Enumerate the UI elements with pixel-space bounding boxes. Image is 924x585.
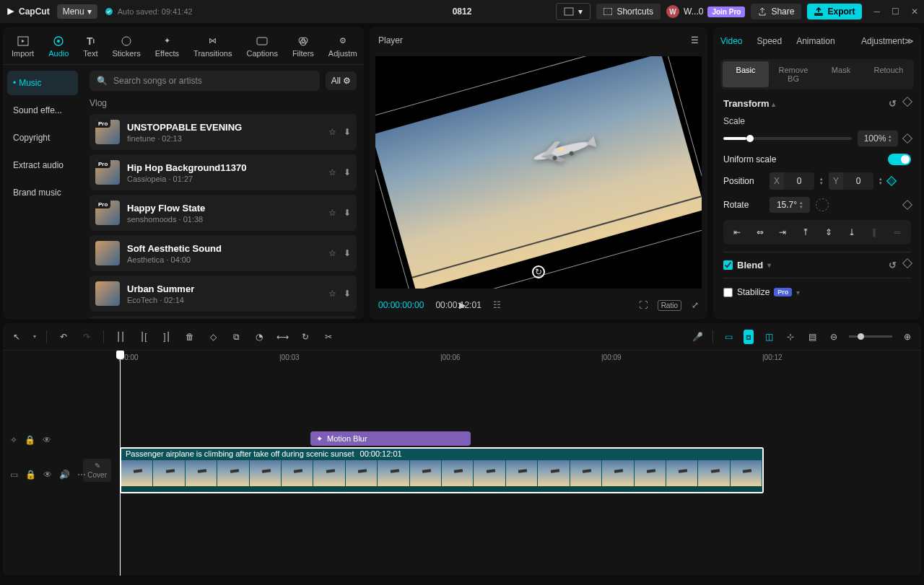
download-icon[interactable]: ⬇: [344, 289, 351, 299]
scale-value[interactable]: 100%▴▾: [858, 131, 898, 146]
distribute-v-icon[interactable]: ═: [888, 224, 907, 240]
speed-icon[interactable]: ◔: [253, 332, 266, 342]
split-icon[interactable]: ⎮⎮: [114, 332, 127, 342]
subtab-retouch[interactable]: Retouch: [866, 61, 912, 87]
ratio-button[interactable]: Ratio: [658, 300, 681, 311]
blend-checkbox[interactable]: [723, 260, 733, 270]
mute-icon[interactable]: 🔊: [59, 470, 70, 480]
compare-icon[interactable]: ☷: [493, 300, 501, 310]
tab-text[interactable]: TIText: [83, 35, 97, 58]
scale-slider[interactable]: [723, 137, 852, 140]
maximize-icon[interactable]: ☐: [892, 6, 899, 17]
rotate-handle-icon[interactable]: ↻: [532, 265, 545, 278]
sidebar-item-music[interactable]: • Music: [7, 71, 78, 95]
more-icon[interactable]: ⋯: [77, 470, 86, 480]
minimize-icon[interactable]: ─: [873, 6, 880, 17]
inspector-tab-video[interactable]: Video: [720, 36, 742, 46]
avatar[interactable]: W: [666, 5, 679, 18]
project-name[interactable]: 0812: [453, 6, 472, 17]
tab-audio[interactable]: Audio: [48, 35, 69, 58]
sidebar-item-copyright[interactable]: Copyright: [7, 126, 78, 150]
main-track-magnet-icon[interactable]: ▭: [722, 332, 735, 342]
download-icon[interactable]: ⬇: [344, 127, 351, 137]
zoom-slider[interactable]: [849, 335, 892, 338]
blend-keyframe-icon[interactable]: [902, 258, 912, 268]
preview-viewport[interactable]: ↻: [375, 56, 702, 289]
preview-axis-icon[interactable]: ⊹: [784, 332, 797, 342]
inspector-tab-animation[interactable]: Animation: [796, 36, 834, 46]
favorite-icon[interactable]: ☆: [328, 248, 336, 258]
favorite-icon[interactable]: ☆: [328, 127, 336, 137]
tab-adjust[interactable]: ⚙Adjustm: [328, 35, 357, 58]
reset-icon[interactable]: ↺: [889, 98, 897, 109]
inspector-tab-speed[interactable]: Speed: [757, 36, 782, 46]
mic-icon[interactable]: 🎤: [691, 332, 704, 342]
stabilize-checkbox[interactable]: [723, 288, 733, 297]
play-button[interactable]: ▶: [459, 300, 466, 310]
pointer-tool-icon[interactable]: ↖: [10, 332, 23, 342]
tab-stickers[interactable]: Stickers: [113, 35, 141, 58]
inspector-tab-adjustment[interactable]: Adjustment≫: [861, 36, 914, 46]
song-item[interactable]: Pro Indie Pop EnergyFiniteMusicForge · 0…: [90, 316, 357, 319]
position-x-input[interactable]: X0: [770, 172, 814, 190]
lock-icon[interactable]: 🔒: [25, 470, 36, 480]
song-item[interactable]: Soft Aesthetic SoundAesthetica · 04:00 ☆…: [90, 235, 357, 271]
distribute-h-icon[interactable]: ∥: [866, 224, 884, 240]
join-pro-button[interactable]: Join Pro: [707, 6, 745, 17]
crop-icon[interactable]: ✂: [322, 332, 335, 342]
filter-all-button[interactable]: All ⚙: [326, 71, 357, 90]
sidebar-item-soundfx[interactable]: Sound effe...: [7, 98, 78, 123]
eye-icon[interactable]: 👁: [43, 470, 52, 480]
rotate-icon[interactable]: ↻: [299, 332, 312, 342]
tab-captions[interactable]: Captions: [246, 35, 277, 58]
subtab-mask[interactable]: Mask: [818, 61, 864, 87]
zoom-out-icon[interactable]: ⊖: [827, 332, 840, 342]
sidebar-item-extract[interactable]: Extract audio: [7, 153, 78, 177]
tab-effects[interactable]: ✦Effects: [155, 35, 179, 58]
song-item[interactable]: Pro Happy Flow Statesenshomoods · 01:38 …: [90, 195, 357, 231]
fx-pin-icon[interactable]: ✧: [10, 435, 17, 445]
tab-transitions[interactable]: ⋈Transitions: [193, 35, 232, 58]
playhead[interactable]: [120, 351, 121, 576]
video-track-icon[interactable]: ▭: [10, 470, 18, 480]
copy-icon[interactable]: ⧉: [230, 332, 243, 342]
aspect-ratio-button[interactable]: ▾: [556, 3, 590, 20]
video-clip[interactable]: Passenger airplane is climbing after tak…: [120, 447, 764, 493]
search-input[interactable]: 🔍 Search songs or artists: [90, 71, 320, 91]
link-icon[interactable]: ◫: [762, 332, 775, 342]
position-keyframe-icon[interactable]: [886, 176, 897, 186]
mirror-icon[interactable]: ⟷: [276, 332, 289, 342]
subtab-removebg[interactable]: Remove BG: [770, 61, 816, 87]
align-left-icon[interactable]: ⇤: [728, 224, 746, 240]
close-icon[interactable]: ✕: [911, 6, 918, 17]
uniform-scale-toggle[interactable]: [888, 154, 911, 165]
fullscreen-icon[interactable]: ⤢: [692, 300, 699, 310]
ripple-icon[interactable]: ▤: [806, 332, 819, 342]
rotate-value[interactable]: 15.7°▴▾: [770, 197, 810, 213]
fx-clip[interactable]: ✦ Motion Blur: [310, 431, 471, 446]
song-item[interactable]: Urban SummerEcoTech · 02:14 ☆⬇: [90, 276, 357, 312]
undo-icon[interactable]: ↶: [57, 332, 70, 342]
download-icon[interactable]: ⬇: [344, 248, 351, 258]
align-right-icon[interactable]: ⇥: [774, 224, 793, 240]
song-item[interactable]: Pro UNSTOPPABLE EVENINGfinetune · 02:13 …: [90, 114, 357, 150]
player-menu-icon[interactable]: ☰: [691, 35, 699, 45]
eye-icon[interactable]: 👁: [43, 435, 51, 445]
export-button[interactable]: Export: [807, 4, 862, 19]
magnet-icon[interactable]: ⧈: [744, 330, 754, 344]
align-hcenter-icon[interactable]: ⇔: [751, 224, 770, 240]
align-bottom-icon[interactable]: ⤓: [842, 224, 861, 240]
split-right-icon[interactable]: ]⎮: [160, 332, 173, 342]
menu-button[interactable]: Menu ▾: [57, 4, 97, 19]
download-icon[interactable]: ⬇: [344, 208, 351, 218]
blend-reset-icon[interactable]: ↺: [889, 260, 897, 270]
favorite-icon[interactable]: ☆: [328, 289, 336, 299]
keyframe-icon[interactable]: [902, 97, 912, 107]
ruler[interactable]: |00:00|00:03|00:06|00:09|00:12: [118, 351, 921, 366]
delete-icon[interactable]: 🗑: [183, 332, 196, 342]
tab-import[interactable]: Import: [12, 35, 34, 58]
marker-icon[interactable]: ◇: [206, 332, 219, 342]
rotate-keyframe-icon[interactable]: [902, 200, 912, 210]
subtab-basic[interactable]: Basic: [723, 61, 769, 87]
redo-icon[interactable]: ↷: [80, 332, 93, 342]
